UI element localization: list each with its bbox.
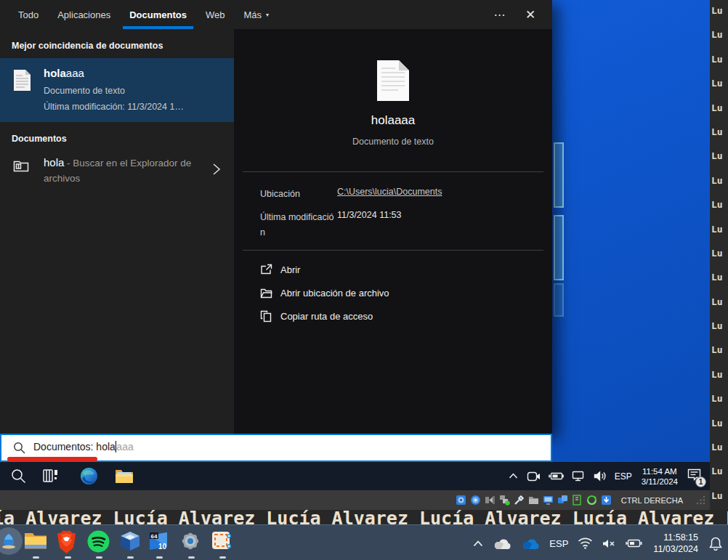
tab-mas[interactable]: Más▾ <box>243 0 269 29</box>
preview-title: holaaaa <box>234 113 552 128</box>
virtualbox-button[interactable] <box>118 530 142 553</box>
host-wallpaper-strip: ía Álvarez Lucía Álvarez Lucía Álvarez L… <box>0 510 728 524</box>
host-wallpaper-text: Lu <box>711 49 728 73</box>
wallpaper-window-pane <box>554 283 564 317</box>
more-options-button[interactable]: ⋯ <box>485 0 514 29</box>
wallpaper-window-pane <box>554 142 564 208</box>
battery-charging-icon[interactable] <box>549 471 564 481</box>
vbox-keyboard-icon[interactable] <box>601 495 612 506</box>
preview-panel: holaaaa Documento de texto Ubicación C:\… <box>234 29 552 434</box>
best-match-result[interactable]: holaaaa Documento de texto Última modifi… <box>0 58 234 122</box>
result-type: Documento de texto <box>44 86 125 96</box>
host-wallpaper-text: Lu <box>711 291 728 315</box>
host-wallpaper-column: LuLuLuLuLuLuLuLuLuLuLuLuLuLuLuLuLuLuLuLu… <box>710 0 728 510</box>
tab-aplicaciones[interactable]: Aplicaciones <box>57 0 110 29</box>
vbox-harddisk-icon[interactable] <box>456 495 466 506</box>
item-label: hola - Buscar en el Explorador de archiv… <box>44 155 202 186</box>
chevron-right-icon[interactable] <box>212 163 221 176</box>
wifi-icon[interactable] <box>578 537 593 549</box>
action-center-button[interactable]: 1 <box>687 468 701 484</box>
host-wallpaper-text: Lu <box>711 97 728 121</box>
vbox-audio-icon[interactable] <box>485 495 496 506</box>
host-wallpaper-text: Lu <box>711 315 728 339</box>
network-icon[interactable] <box>572 471 586 482</box>
search-query-text: Documentos: holaaaa <box>33 441 134 453</box>
host-wallpaper-text: Lu <box>711 145 728 169</box>
vbox-resize-grip[interactable] <box>694 495 705 505</box>
vbox-features-icon[interactable] <box>572 495 583 506</box>
action-open[interactable]: Abrir <box>234 260 552 282</box>
brave-browser-button[interactable] <box>56 530 79 553</box>
item-suffix: - Buscar en el Explorador de archivos <box>44 158 191 184</box>
host-wallpaper-text: Lu <box>711 194 728 218</box>
host-wallpaper-text: ía Álvarez Lucía Álvarez Lucía Álvarez L… <box>0 510 728 524</box>
search-in-explorer-item[interactable]: hola - Buscar en el Explorador de archiv… <box>0 153 234 195</box>
close-icon[interactable]: ✕ <box>516 0 545 29</box>
host-taskbar: 64 10 <box>0 524 728 560</box>
settings-button[interactable] <box>179 530 203 553</box>
battery-charging-icon[interactable] <box>626 538 642 548</box>
vbox-network-icon[interactable] <box>499 495 510 506</box>
host-wallpaper-text: Lu <box>711 485 728 509</box>
vbox-host-key-label: CTRL DERECHA <box>621 496 683 505</box>
action-label: Abrir <box>280 264 300 275</box>
host-wallpaper-text: Lu <box>711 170 728 194</box>
clock[interactable]: 11:58:15 11/03/2024 <box>653 532 698 555</box>
app-menu-button[interactable] <box>0 527 23 555</box>
vbox-shared-folders-icon[interactable] <box>528 495 539 506</box>
vbox-optical-disc-icon[interactable] <box>470 495 481 506</box>
files-app-button[interactable] <box>24 530 47 553</box>
onedrive-blue-icon[interactable] <box>521 537 540 550</box>
keyboard-layout-indicator[interactable]: ESP <box>549 538 568 549</box>
volume-icon[interactable] <box>594 471 607 482</box>
clock-time: 11:58:15 <box>653 532 698 543</box>
clock[interactable]: 11:54 AM 3/11/2024 <box>642 466 678 487</box>
file-explorer-icon[interactable] <box>115 468 134 484</box>
spotify-button[interactable] <box>87 530 110 553</box>
chevron-up-icon[interactable] <box>509 473 518 479</box>
volume-muted-icon[interactable] <box>602 538 616 549</box>
keyboard-layout-indicator[interactable]: ESP <box>615 471 632 482</box>
running-indicator <box>127 556 134 559</box>
vm-windows10-shortcut-button[interactable]: 64 10 <box>147 530 171 553</box>
guest-taskbar: ESP 11:54 AM 3/11/2024 1 <box>0 462 710 490</box>
screenshot-tool-icon <box>211 530 232 552</box>
host-wallpaper-text: Lu <box>711 0 728 24</box>
host-wallpaper-text: Lu <box>711 219 728 243</box>
vm-icon-badge-bottom: 10 <box>158 543 167 551</box>
modified-value: 11/3/2024 11:53 <box>337 210 402 220</box>
tab-documentos[interactable]: Documentos <box>129 0 187 29</box>
vbox-display-icon[interactable] <box>543 495 554 506</box>
action-label: Abrir ubicación de archivo <box>280 288 389 299</box>
file-explorer-search-icon <box>12 157 30 174</box>
virtualbox-status-bar: CTRL DERECHA <box>0 490 710 510</box>
notifications-bell-icon[interactable] <box>709 536 722 551</box>
taskbar-search-icon[interactable] <box>11 468 26 484</box>
tab-web[interactable]: Web <box>206 0 225 29</box>
action-open-file-location[interactable]: Abrir ubicación de archivo <box>234 283 552 305</box>
spotify-icon <box>87 530 110 553</box>
vbox-usb-icon[interactable] <box>514 495 525 506</box>
action-copy-path[interactable]: Copiar ruta de acceso <box>234 307 552 328</box>
screenshot-tool-button[interactable] <box>211 530 234 553</box>
task-view-icon[interactable] <box>43 468 59 483</box>
guest-screen: Todo Aplicaciones Documentos Web Más▾ ⋯ … <box>0 0 710 490</box>
meet-now-icon[interactable] <box>526 471 541 482</box>
screen: Todo Aplicaciones Documentos Web Más▾ ⋯ … <box>0 0 728 560</box>
vbox-mouse-integration-icon[interactable] <box>586 495 597 506</box>
folder-icon <box>24 530 47 550</box>
search-filter-tabs: Todo Aplicaciones Documentos Web Más▾ <box>0 0 552 29</box>
action-label: Copiar ruta de acceso <box>280 311 373 322</box>
onedrive-gray-icon[interactable] <box>493 537 511 550</box>
tab-mas-label: Más <box>243 9 262 20</box>
result-title-match: hola <box>44 67 66 79</box>
divider <box>243 171 543 172</box>
tab-todo[interactable]: Todo <box>18 0 39 29</box>
chevron-up-icon[interactable] <box>473 540 483 547</box>
location-link[interactable]: C:\Users\lucia\Documents <box>337 187 442 197</box>
spellcheck-underline <box>7 457 97 461</box>
vbox-recording-icon[interactable] <box>557 495 568 506</box>
edge-browser-icon[interactable] <box>80 467 98 485</box>
clock-date: 11/03/2024 <box>653 543 698 555</box>
search-input[interactable]: Documentos: holaaaa <box>0 434 552 462</box>
